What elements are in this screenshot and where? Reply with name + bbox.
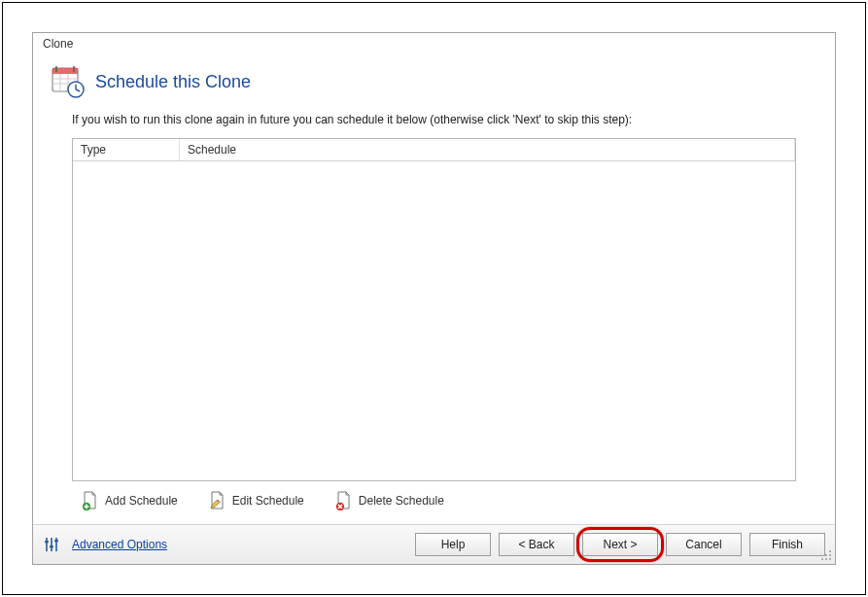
cancel-button[interactable]: Cancel <box>666 533 742 556</box>
page-header: Schedule this Clone <box>33 53 835 107</box>
svg-rect-21 <box>50 545 53 547</box>
svg-point-27 <box>825 558 827 560</box>
svg-point-23 <box>829 550 831 552</box>
finish-button[interactable]: Finish <box>749 533 825 556</box>
edit-schedule-button[interactable]: Edit Schedule <box>209 491 304 510</box>
column-type[interactable]: Type <box>73 139 180 160</box>
calendar-clock-icon <box>51 64 86 99</box>
schedule-list[interactable]: Type Schedule <box>72 138 796 481</box>
help-button[interactable]: Help <box>415 533 491 556</box>
add-schedule-button[interactable]: Add Schedule <box>82 491 178 510</box>
delete-schedule-button[interactable]: Delete Schedule <box>335 491 444 510</box>
footer-buttons: Help < Back Next > Cancel Finish <box>415 533 825 556</box>
svg-rect-20 <box>45 541 49 543</box>
advanced-options-link[interactable]: Advanced Options <box>72 538 167 551</box>
advanced-options-label: Advanced Options <box>72 538 167 551</box>
next-button[interactable]: Next > <box>582 533 658 556</box>
page-description: If you wish to run this clone again in f… <box>33 107 835 138</box>
wizard-footer: Advanced Options Help < Back Next > Canc… <box>33 524 835 564</box>
schedule-actions: Add Schedule Edit Schedule <box>33 481 835 524</box>
document-pencil-icon <box>209 491 226 510</box>
document-x-icon <box>335 491 353 510</box>
back-button[interactable]: < Back <box>499 533 574 556</box>
resize-grip-icon[interactable] <box>819 548 833 562</box>
svg-point-25 <box>829 554 831 556</box>
svg-point-24 <box>825 554 827 556</box>
document-plus-icon <box>82 491 99 510</box>
add-schedule-label: Add Schedule <box>105 494 178 508</box>
wizard-window: Clone <box>32 32 836 565</box>
svg-rect-22 <box>54 540 58 542</box>
column-schedule[interactable]: Schedule <box>180 139 795 160</box>
delete-schedule-label: Delete Schedule <box>359 494 444 508</box>
list-body[interactable] <box>73 161 795 480</box>
wizard-body: Schedule this Clone If you wish to run t… <box>33 53 835 524</box>
edit-schedule-label: Edit Schedule <box>232 494 304 508</box>
sliders-icon <box>43 536 60 553</box>
svg-point-28 <box>829 558 831 560</box>
window-title: Clone <box>33 33 835 53</box>
list-header: Type Schedule <box>73 139 795 161</box>
next-button-highlight: Next > <box>582 533 658 556</box>
app-frame: Clone <box>2 2 866 595</box>
svg-point-26 <box>821 558 823 560</box>
page-title: Schedule this Clone <box>95 72 251 92</box>
